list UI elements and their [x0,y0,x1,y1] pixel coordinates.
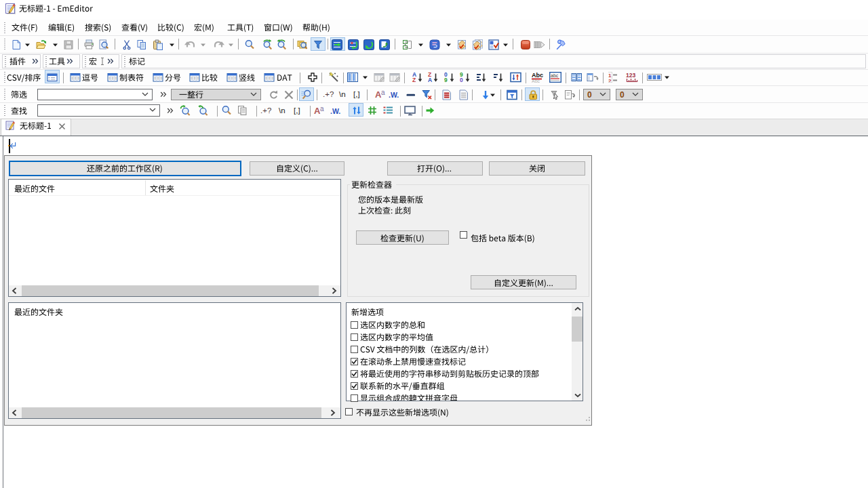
svg-text:Abc: Abc [532,72,543,79]
svg-text:A: A [428,77,432,83]
svg-text:9: 9 [444,77,448,83]
svg-text:abc: abc [551,73,559,78]
svg-text:2: 2 [608,78,612,83]
svg-text:Z: Z [412,77,416,83]
svg-text:0: 0 [460,77,463,83]
svg-text:Abc: Abc [532,79,540,83]
svg-text:123: 123 [626,72,635,79]
